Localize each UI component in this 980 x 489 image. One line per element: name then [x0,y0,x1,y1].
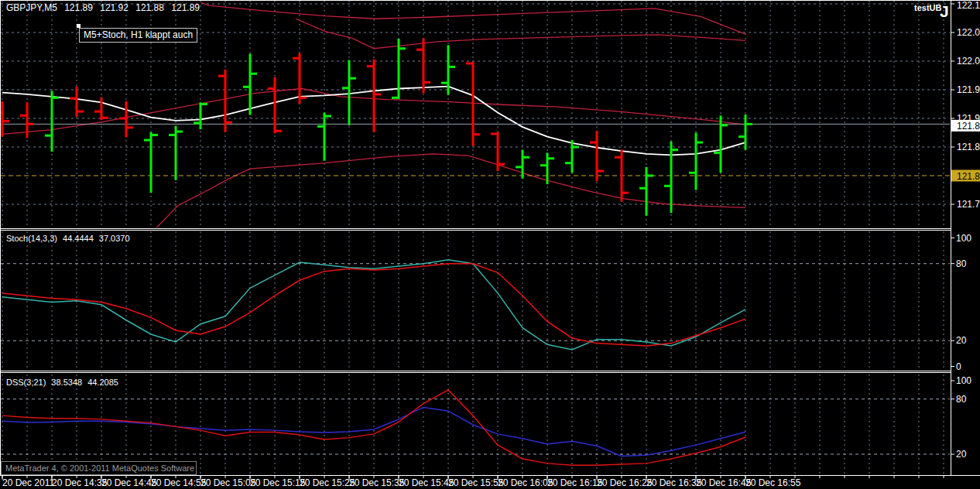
ohlc-high: 121.92 [100,2,128,13]
mt4-chart-window: 122.10122.05122.00121.95121.90121.85121.… [0,0,980,489]
ohlc-close: 121.89 [171,2,200,13]
price-tick-label: 122.10 [957,0,980,11]
time-tick-label: 20 Dec 16:45 [696,477,752,488]
price-tick-label: 122.05 [957,27,980,38]
dss-pane-label: DSS(3;21)38.534844.2085 [6,378,124,387]
status-bar: MetaTrader 4, © 2001-2011 MetaQuotes Sof… [1,461,197,475]
symbol-period: GBPJPY,M5 [6,2,57,13]
stoch-tick-label: 20 [956,335,967,346]
copyright-text: MetaTrader 4, © 2001-2011 MetaQuotes Sof… [5,463,197,473]
chart-note-object[interactable]: M5+Stoch, H1 klappt auch [79,28,197,43]
time-tick-label: 20 Dec 15:55 [448,477,504,488]
yellow-level-value: 121.80 [957,171,980,182]
chart-note-text: M5+Stoch, H1 klappt auch [84,29,193,40]
price-tick-label: 121.75 [957,199,980,210]
dss-tick-label: 80 [956,394,967,405]
stoch-name: Stoch(14,3,3) [6,234,57,243]
time-tick-label: 20 Dec 16:35 [646,477,702,488]
dss-name: DSS(3;21) [6,378,46,387]
j-glyph-object[interactable]: J [940,2,949,21]
ohlc-low: 121.88 [135,2,164,13]
time-tick-label: 20 Dec 16:05 [498,477,553,488]
time-tick-label: 20 Dec 15:35 [349,477,405,488]
time-tick-label: 20 Dec 15:15 [250,477,306,488]
time-tick-label: 20 Dec 2011 [2,477,54,488]
current-price-value: 121.89 [957,121,980,132]
stoch-pane-label: Stoch(14,3,3)44.444437.0370 [6,234,135,243]
ohlc-open: 121.89 [64,2,93,13]
price-tick-label: 121.85 [957,142,980,152]
price-tick-label: 121.95 [957,84,980,95]
time-tick-label: 20 Dec 16:15 [547,477,603,488]
time-tick-label: 20 Dec 16:25 [597,477,653,488]
stoch-signal-value: 37.0370 [99,234,130,243]
dss-value2: 44.2085 [87,378,118,387]
stoch-tick-label: 100 [956,233,971,244]
time-tick-label: 20 Dec 14:55 [151,477,207,488]
symbol-ohlc-header: GBPJPY,M5 121.89 121.92 121.88 121.89 [6,2,204,13]
chart-canvas[interactable]: 122.10122.05122.00121.95121.90121.85121.… [0,0,980,489]
time-tick-label: 20 Dec 14:45 [101,477,157,488]
stoch-tick-label: 80 [956,258,967,269]
time-tick-label: 20 Dec 15:25 [300,477,355,488]
dss-value1: 38.5348 [51,378,82,387]
stoch-tick-label: 0 [956,361,961,372]
time-tick-label: 20 Dec 14:35 [52,477,108,488]
time-tick-label: 20 Dec 15:45 [399,477,454,488]
text-object-anchor[interactable] [77,24,81,28]
dss-tick-label: 20 [956,449,967,460]
watermark-label: testUB [914,3,941,12]
price-tick-label: 122.00 [957,56,980,67]
dss-tick-label: 100 [956,375,971,386]
time-tick-label: 20 Dec 16:55 [745,477,801,488]
time-tick-label: 20 Dec 15:05 [200,477,256,488]
stoch-main-value: 44.4444 [63,234,94,243]
chart-background [0,0,980,489]
